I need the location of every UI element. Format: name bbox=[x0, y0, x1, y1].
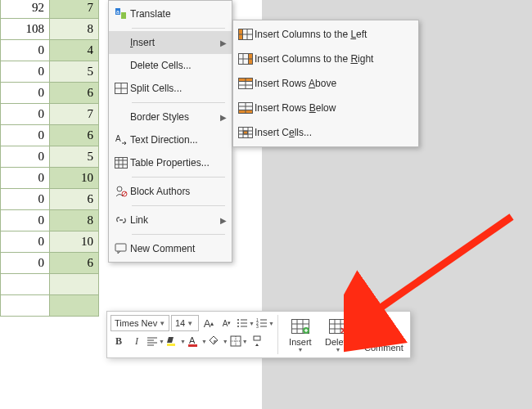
cell[interactable]: 0 bbox=[1, 146, 50, 168]
cell[interactable]: 0 bbox=[1, 104, 50, 125]
table-row: 07 bbox=[1, 104, 99, 125]
menu-border-styles[interactable]: Border Styles ▶ bbox=[109, 106, 232, 128]
menu-label: Block Authors bbox=[130, 186, 227, 197]
cell[interactable]: 7 bbox=[50, 104, 99, 125]
font-name-value: Times Nev bbox=[115, 318, 157, 328]
table-row: 927 bbox=[1, 0, 99, 19]
svg-rect-60 bbox=[254, 336, 260, 340]
submenu-insert-cols-left[interactable]: Insert Columns to the Left bbox=[233, 22, 418, 47]
menu-translate[interactable]: a Translate bbox=[109, 2, 232, 25]
insert-cols-right-icon bbox=[237, 51, 255, 67]
svg-rect-56 bbox=[188, 344, 197, 347]
menu-label: Insert Rows Above bbox=[255, 78, 413, 89]
link-icon bbox=[112, 212, 130, 228]
menu-label: Link bbox=[130, 214, 217, 226]
cell[interactable]: 6 bbox=[50, 253, 99, 274]
table-row bbox=[1, 295, 99, 317]
borders-button[interactable]: ▼ bbox=[230, 333, 248, 349]
svg-rect-54 bbox=[167, 344, 175, 346]
button-label-l1: New bbox=[375, 333, 393, 343]
table-row: 06 bbox=[1, 189, 99, 210]
cell[interactable]: 0 bbox=[1, 210, 50, 231]
svg-point-38 bbox=[237, 319, 239, 321]
cell[interactable]: 4 bbox=[50, 40, 99, 61]
submenu-insert-rows-above[interactable]: Insert Rows Above bbox=[233, 71, 418, 96]
cell[interactable]: 10 bbox=[50, 168, 99, 189]
separator bbox=[132, 177, 225, 178]
menu-label: Split Cells... bbox=[130, 83, 227, 94]
svg-text:A: A bbox=[115, 134, 121, 143]
insert-button[interactable]: Insert ▼ bbox=[282, 315, 319, 354]
shrink-font-button[interactable]: A▾ bbox=[219, 315, 235, 331]
cell[interactable] bbox=[50, 274, 99, 295]
svg-point-42 bbox=[237, 326, 239, 327]
cell[interactable]: 6 bbox=[50, 125, 99, 146]
svg-line-79 bbox=[364, 217, 512, 319]
shading-button[interactable]: ▼ bbox=[209, 333, 228, 349]
cell[interactable]: 0 bbox=[1, 61, 50, 83]
submenu-insert-cols-right[interactable]: Insert Columns to the Right bbox=[233, 47, 418, 71]
cell[interactable]: 0 bbox=[1, 125, 50, 146]
cell[interactable] bbox=[1, 295, 50, 317]
new-comment-icon bbox=[374, 317, 394, 331]
grow-font-button[interactable]: A▴ bbox=[201, 315, 217, 331]
font-name-combo[interactable]: Times Nev ▼ bbox=[110, 315, 169, 331]
cell[interactable]: 5 bbox=[50, 146, 99, 168]
font-size-combo[interactable]: 14 ▼ bbox=[171, 315, 199, 331]
font-color-button[interactable]: A ▼ bbox=[187, 333, 207, 349]
cell[interactable]: 0 bbox=[1, 168, 50, 189]
cell[interactable]: 0 bbox=[1, 231, 50, 253]
svg-text:3: 3 bbox=[256, 324, 259, 329]
insert-table-icon bbox=[291, 317, 310, 335]
cell[interactable]: 5 bbox=[50, 61, 99, 83]
italic-button[interactable]: I bbox=[128, 333, 145, 349]
cell[interactable]: 0 bbox=[1, 40, 50, 61]
menu-label: New Comment bbox=[130, 243, 227, 254]
menu-delete-cells[interactable]: Delete Cells... bbox=[109, 54, 232, 77]
insert-rows-above-icon bbox=[237, 75, 255, 92]
cell[interactable]: 92 bbox=[1, 0, 50, 19]
menu-text-direction[interactable]: A Text Direction... bbox=[109, 128, 232, 151]
new-comment-button[interactable]: New Comment bbox=[361, 315, 407, 354]
highlight-button[interactable]: ▼ bbox=[166, 333, 186, 349]
svg-rect-7 bbox=[115, 158, 128, 169]
menu-label: Insert Cells... bbox=[255, 127, 413, 138]
menu-insert[interactable]: Insert ▶ bbox=[109, 31, 232, 54]
submenu-insert-cells[interactable]: Insert Cells... bbox=[233, 120, 418, 145]
cell[interactable] bbox=[1, 274, 50, 295]
cell[interactable]: 10 bbox=[50, 231, 99, 253]
cell[interactable]: 108 bbox=[1, 19, 50, 40]
cell[interactable]: 0 bbox=[1, 253, 50, 274]
bullets-button[interactable]: ▼ bbox=[237, 315, 255, 331]
menu-split-cells[interactable]: Split Cells... bbox=[109, 77, 232, 100]
translate-icon: a bbox=[112, 6, 130, 22]
menu-block-authors[interactable]: Block Authors bbox=[109, 180, 232, 203]
align-button[interactable]: ▼ bbox=[147, 333, 165, 349]
menu-table-properties[interactable]: Table Properties... bbox=[109, 151, 232, 174]
cell[interactable]: 7 bbox=[50, 0, 99, 19]
cell[interactable]: 0 bbox=[1, 189, 50, 210]
table-row: 06 bbox=[1, 125, 99, 146]
cell[interactable]: 0 bbox=[1, 83, 50, 104]
table-row: 05 bbox=[1, 146, 99, 168]
delete-button[interactable]: Delete ▼ bbox=[319, 315, 357, 354]
cell[interactable]: 8 bbox=[50, 210, 99, 231]
submenu-insert-rows-below[interactable]: Insert Rows Below bbox=[233, 96, 418, 120]
svg-rect-15 bbox=[115, 244, 126, 251]
cell[interactable]: 6 bbox=[50, 189, 99, 210]
numbering-button[interactable]: 123 ▼ bbox=[256, 315, 274, 331]
cell[interactable]: 8 bbox=[50, 19, 99, 40]
format-painter-button[interactable] bbox=[250, 333, 266, 349]
cell[interactable] bbox=[50, 295, 99, 317]
cell[interactable]: 6 bbox=[50, 83, 99, 104]
table-row: 1088 bbox=[1, 19, 99, 40]
text-direction-icon: A bbox=[112, 132, 130, 148]
chevron-down-icon: ▼ bbox=[201, 339, 207, 344]
bold-button[interactable]: B bbox=[110, 333, 127, 349]
chevron-down-icon: ▼ bbox=[159, 320, 165, 327]
menu-new-comment[interactable]: New Comment bbox=[109, 237, 232, 260]
menu-link[interactable]: Link ▶ bbox=[109, 209, 232, 231]
data-table: 927 1088 04 05 06 07 06 05 010 06 08 010… bbox=[0, 0, 99, 317]
svg-rect-1 bbox=[121, 12, 126, 19]
menu-label: Insert Columns to the Left bbox=[255, 29, 413, 40]
